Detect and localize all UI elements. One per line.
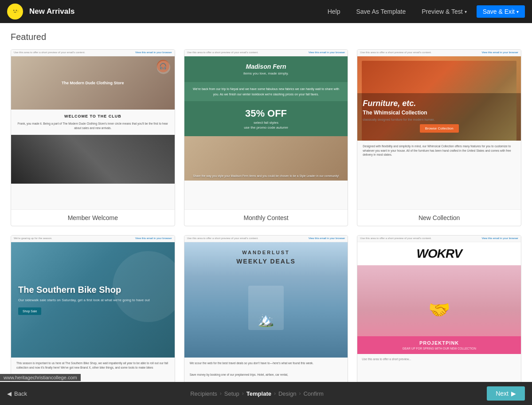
template-preview-new-collection: Use this area to offer a short preview o… — [357, 50, 521, 209]
top-navigation: New Arrivals Help Save As Template Previ… — [0, 0, 532, 23]
card1-text-area: WELCOME TO THE CLUB Frank, you made it. … — [11, 110, 175, 135]
card2-brand: Madison Fern — [189, 63, 344, 71]
svg-point-1 — [13, 10, 14, 11]
view-in-browser-link-3[interactable]: View this email in your browser — [481, 51, 518, 55]
card3-title: Furniture, etc. — [363, 98, 516, 109]
help-button[interactable]: Help — [321, 5, 347, 18]
browse-collection-button[interactable]: Browse Collection — [420, 124, 459, 133]
campaign-title: New Arrivals — [29, 7, 321, 16]
card3-body: Designed with flexibility and simplicity… — [357, 141, 521, 161]
step-setup-label: Setup — [224, 390, 239, 397]
card1-bottom-image — [11, 135, 175, 184]
welcome-body: Frank, you made it. Being a part of The … — [16, 122, 170, 130]
chevron-down-icon: ▾ — [516, 9, 519, 14]
preview-bar-4: We're gearing up for the season. View th… — [11, 236, 175, 242]
template-card-member-welcome[interactable]: Use this area to offer a short preview o… — [11, 49, 175, 226]
step-recipients[interactable]: Recipients — [190, 390, 217, 397]
template-label-member-welcome: Member Welcome — [11, 209, 175, 226]
next-button[interactable]: Next ▶ — [487, 386, 525, 401]
card2-offer: 35% OFF select fall stylesuse the promo … — [184, 101, 348, 136]
card5-weekly: WEEKLY DEALS — [236, 257, 296, 265]
card4-body: This season is important to us here at T… — [11, 358, 175, 374]
view-in-browser-link-6[interactable]: View this email in your browser — [481, 237, 518, 240]
status-url: www.heritagechristiancollege.com — [0, 374, 81, 381]
step-recipients-label: Recipients — [190, 390, 217, 397]
preview-test-button[interactable]: Preview & Test ▾ — [415, 5, 473, 18]
save-as-template-button[interactable]: Save As Template — [350, 5, 412, 18]
svg-point-2 — [16, 10, 17, 11]
step-confirm-label: Confirm — [303, 390, 324, 397]
template-preview-monthly-contest: Use this area to offer a short preview o… — [184, 50, 348, 209]
card2-bottom-image: Share the way you style your Madison Fer… — [184, 136, 348, 181]
card6-pink-sub: GEAR UP FOR SPRING WITH OUR NEW COLLECTI… — [361, 347, 517, 350]
card5-sub: Save money by booking one of our preplan… — [184, 369, 348, 381]
view-in-browser-link-4[interactable]: View this email in your browser — [135, 237, 172, 240]
card3-desc: classically designed furniture for the m… — [363, 118, 516, 122]
preview-bar-3: Use this area to offer a short preview o… — [357, 50, 521, 56]
card2-tagline: items you love, made simply. — [189, 71, 344, 76]
next-label: Next — [496, 390, 509, 397]
card6-pink-bar: PROJEKTPINK GEAR UP FOR SPRING WITH OUR … — [357, 336, 521, 354]
template-card-southern-bike[interactable]: We're gearing up for the season. View th… — [11, 235, 175, 382]
step-arrow-4: › — [299, 390, 301, 397]
preview-bar-2: Use this area to offer a short preview o… — [184, 50, 348, 56]
template-preview-projektpink: Use this area to offer a short preview o… — [357, 236, 521, 382]
card5-brand: WANDERLUST — [242, 249, 290, 256]
card6-pink-title: PROJEKTPINK — [361, 340, 517, 346]
card3-hero: Furniture, etc. The Whimsical Collection… — [357, 56, 521, 141]
welcome-heading: WELCOME TO THE CLUB — [16, 114, 170, 119]
card2-off-details: select fall stylesuse the promo code aut… — [189, 121, 344, 130]
view-in-browser-link-2[interactable]: View this email in your browser — [309, 51, 345, 55]
preview-bar-6: Use this area to offer a short preview o… — [357, 236, 521, 242]
card2-body: We're back from our trip to Nepal and we… — [184, 82, 348, 101]
step-arrow-3: › — [274, 390, 276, 397]
step-indicators: Recipients › Setup › Template › Design ›… — [27, 390, 487, 397]
view-in-browser-link[interactable]: View this email in your browser — [135, 51, 172, 55]
step-arrow-1: › — [220, 390, 222, 397]
template-card-monthly-contest[interactable]: Use this area to offer a short preview o… — [184, 49, 348, 226]
back-label: Back — [14, 390, 27, 397]
step-setup[interactable]: Setup — [224, 390, 239, 397]
step-design-label: Design — [278, 390, 296, 397]
template-label-monthly-contest: Monthly Contest — [184, 209, 348, 226]
svg-point-3 — [17, 10, 19, 12]
card6-body: Use this area to offer a short preview..… — [357, 354, 521, 365]
card3-overlay: Furniture, etc. The Whimsical Collection… — [357, 93, 521, 141]
view-in-browser-link-5[interactable]: View this email in your browser — [309, 237, 345, 240]
nav-actions: Help Save As Template Preview & Test ▾ S… — [321, 5, 525, 18]
card1-hero-image: The Modern Dude Clothing Store 🎧 — [11, 56, 175, 110]
card5-body: We scour the web for the best travel dea… — [184, 358, 348, 369]
preview-bar-5: Use this area to offer a short preview o… — [184, 236, 348, 242]
card6-logo: WOKRV — [362, 246, 516, 262]
template-card-new-collection[interactable]: Use this area to offer a short preview o… — [357, 49, 521, 226]
template-card-wanderlust[interactable]: Use this area to offer a short preview o… — [184, 235, 348, 382]
template-preview-member-welcome: Use this area to offer a short preview o… — [11, 50, 175, 209]
template-label-new-collection: New Collection — [357, 209, 521, 226]
back-arrow-icon: ◀ — [7, 390, 12, 397]
card2-header: Madison Fern items you love, made simply… — [184, 56, 348, 83]
template-preview-southern-bike: We're gearing up for the season. View th… — [11, 236, 175, 382]
preview-bar: Use this area to offer a short preview o… — [11, 50, 175, 56]
templates-grid: Use this area to offer a short preview o… — [11, 49, 521, 382]
next-arrow-icon: ▶ — [511, 390, 516, 397]
template-card-projektpink[interactable]: Use this area to offer a short preview o… — [357, 235, 521, 382]
store-name: The Modern Dude Clothing Store — [62, 80, 124, 86]
card2-caption: Share the way you style your Madison Fer… — [193, 174, 339, 178]
step-confirm[interactable]: Confirm — [303, 390, 324, 397]
mailchimp-logo — [7, 4, 23, 20]
template-preview-wanderlust: Use this area to offer a short preview o… — [184, 236, 348, 382]
save-exit-button[interactable]: Save & Exit ▾ — [477, 5, 525, 18]
card4-hero: The Southern Bike Shop Our sidewalk sale… — [11, 242, 175, 358]
main-content: Featured Use this area to offer a short … — [0, 23, 532, 382]
card6-hero: 🤝 PROJEKTPINK GEAR UP FOR SPRING WITH OU… — [357, 265, 521, 354]
step-template-label: Template — [246, 390, 271, 397]
back-button[interactable]: ◀ Back — [7, 390, 27, 397]
step-arrow-2: › — [242, 390, 244, 397]
card2-percent: 35% OFF — [189, 107, 344, 120]
card3-subtitle: The Whimsical Collection — [363, 110, 516, 117]
section-title: Featured — [11, 32, 521, 42]
chevron-down-icon: ▾ — [465, 9, 467, 14]
step-template[interactable]: Template — [246, 390, 271, 397]
card5-hero: WANDERLUST WEEKLY DEALS 🏔️ — [184, 242, 348, 358]
step-design[interactable]: Design — [278, 390, 296, 397]
